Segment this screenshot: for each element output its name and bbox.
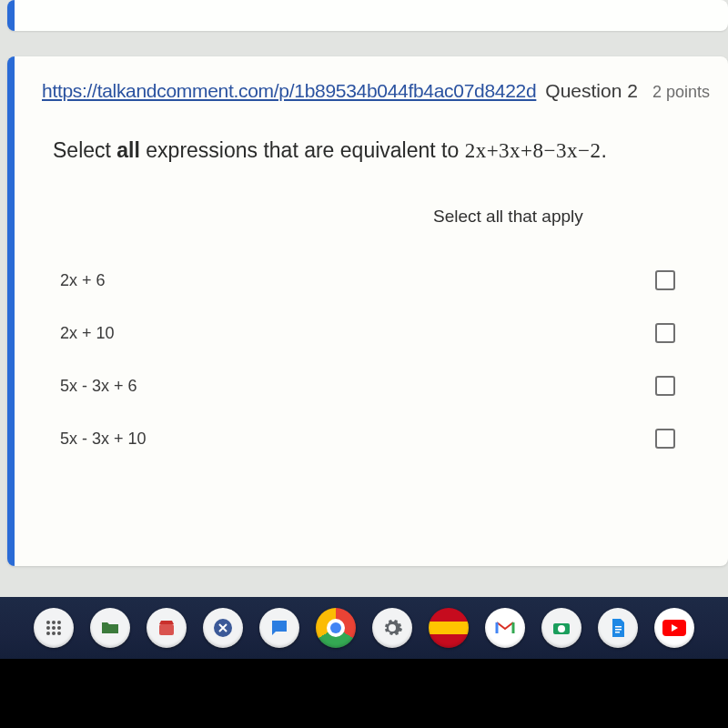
taskbar bbox=[0, 597, 728, 659]
screen-area: https://talkandcomment.com/p/1b89534b044… bbox=[0, 0, 728, 597]
option-checkbox-4[interactable] bbox=[655, 429, 675, 449]
svg-rect-14 bbox=[615, 629, 622, 631]
question-header: https://talkandcomment.com/p/1b89534b044… bbox=[42, 80, 712, 102]
prompt-prefix: Select bbox=[53, 138, 116, 162]
svg-point-7 bbox=[52, 632, 56, 635]
options-list: 2x + 6 2x + 10 5x - 3x + 6 5x - 3x + 10 bbox=[60, 254, 675, 465]
svg-point-1 bbox=[52, 621, 56, 624]
option-row: 2x + 6 bbox=[60, 254, 675, 307]
question-card: https://talkandcomment.com/p/1b89534b044… bbox=[7, 56, 728, 566]
svg-point-3 bbox=[46, 626, 50, 630]
svg-point-4 bbox=[52, 626, 56, 630]
settings-icon[interactable] bbox=[372, 608, 412, 648]
svg-point-8 bbox=[57, 632, 61, 635]
option-label: 5x - 3x + 10 bbox=[60, 430, 147, 449]
close-app-icon[interactable] bbox=[203, 608, 243, 648]
option-label: 5x - 3x + 6 bbox=[60, 377, 137, 396]
previous-question-card bbox=[7, 0, 728, 31]
option-checkbox-3[interactable] bbox=[655, 376, 675, 396]
question-number: Question 2 bbox=[545, 80, 638, 102]
svg-point-6 bbox=[46, 632, 50, 635]
prompt-suffix: . bbox=[602, 138, 607, 162]
files-icon[interactable] bbox=[90, 608, 130, 648]
chrome-icon[interactable] bbox=[316, 608, 356, 648]
docs-icon[interactable] bbox=[598, 608, 638, 648]
svg-point-2 bbox=[57, 621, 61, 624]
option-checkbox-2[interactable] bbox=[655, 323, 675, 343]
svg-point-0 bbox=[46, 621, 50, 624]
gmail-icon[interactable] bbox=[485, 608, 525, 648]
camera-icon[interactable] bbox=[541, 608, 581, 648]
option-row: 5x - 3x + 10 bbox=[60, 412, 675, 465]
svg-rect-15 bbox=[615, 632, 620, 633]
messages-icon[interactable] bbox=[259, 608, 299, 648]
svg-point-12 bbox=[558, 625, 565, 632]
audio-link[interactable]: https://talkandcomment.com/p/1b89534b044… bbox=[42, 80, 536, 102]
question-points: 2 points bbox=[652, 83, 710, 102]
laptop-bezel bbox=[0, 659, 728, 728]
svg-point-5 bbox=[57, 626, 61, 630]
option-row: 2x + 10 bbox=[60, 307, 675, 359]
svg-rect-9 bbox=[159, 624, 174, 635]
svg-rect-13 bbox=[615, 626, 622, 628]
youtube-icon[interactable] bbox=[654, 608, 694, 648]
prompt-middle: expressions that are equivalent to bbox=[140, 138, 465, 162]
store-icon[interactable] bbox=[147, 608, 187, 648]
option-label: 2x + 6 bbox=[60, 271, 106, 290]
option-checkbox-1[interactable] bbox=[655, 270, 675, 290]
spain-flag-icon[interactable] bbox=[429, 608, 469, 648]
option-row: 5x - 3x + 6 bbox=[60, 359, 675, 412]
option-label: 2x + 10 bbox=[60, 324, 115, 343]
select-all-hint: Select all that apply bbox=[433, 207, 712, 227]
prompt-expression: 2x+3x+8−3x−2 bbox=[465, 139, 602, 162]
launcher-icon[interactable] bbox=[34, 608, 74, 648]
question-prompt: Select all expressions that are equivale… bbox=[53, 138, 712, 163]
prompt-bold: all bbox=[116, 138, 140, 162]
